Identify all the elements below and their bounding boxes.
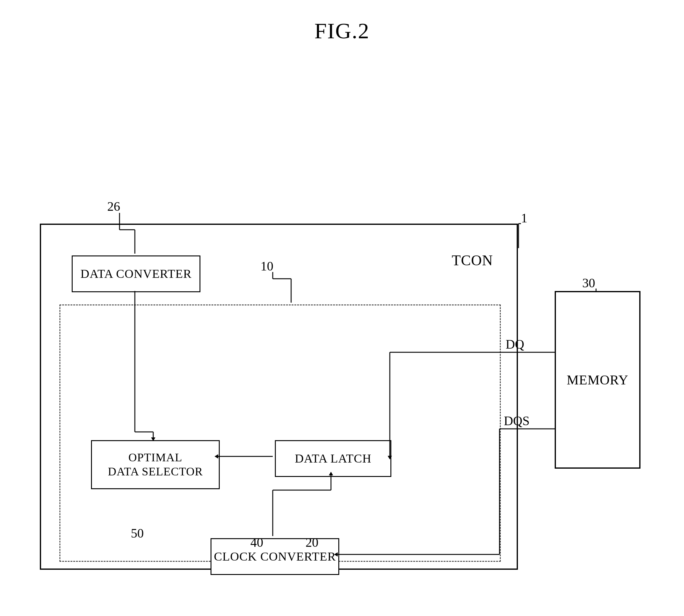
optimal-data-selector-label: OPTIMAL DATA SELECTOR: [108, 450, 203, 479]
optimal-data-selector-box: OPTIMAL DATA SELECTOR: [91, 440, 220, 489]
data-converter-box: DATA CONVERTER: [72, 256, 200, 292]
data-converter-label: DATA CONVERTER: [81, 266, 192, 281]
ref-number-20: 20: [305, 535, 318, 550]
figure-title: FIG.2: [315, 18, 369, 44]
clock-converter-box: CLOCK CONVERTER: [211, 538, 339, 575]
inner-block-box: OPTIMAL DATA SELECTOR DATA LATCH CLOCK C…: [60, 305, 501, 562]
clock-converter-label: CLOCK CONVERTER: [214, 549, 336, 564]
diagram-container: 26 DATA CONVERTER OPTIMAL DATA SELECTOR …: [40, 199, 644, 585]
data-latch-box: DATA LATCH: [275, 440, 391, 477]
data-latch-label: DATA LATCH: [295, 451, 371, 466]
ref-number-1: 1: [521, 211, 528, 225]
ref-number-26: 26: [107, 199, 120, 214]
ref-number-30: 30: [582, 276, 595, 290]
memory-box: MEMORY: [555, 291, 640, 469]
memory-label: MEMORY: [567, 372, 628, 388]
tcon-label: TCON: [452, 252, 493, 269]
ref-number-10: 10: [260, 259, 273, 273]
ref-number-40: 40: [250, 535, 263, 550]
tcon-box: DATA CONVERTER OPTIMAL DATA SELECTOR DAT…: [40, 224, 518, 570]
ref-number-50: 50: [131, 526, 144, 541]
